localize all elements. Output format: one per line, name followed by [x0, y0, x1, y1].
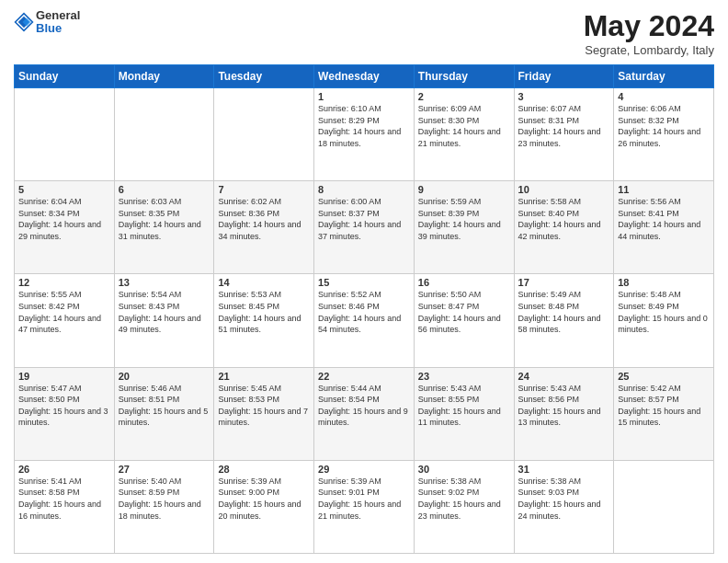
- day-info: Sunrise: 6:07 AM Sunset: 8:31 PM Dayligh…: [518, 103, 610, 149]
- calendar-table: SundayMondayTuesdayWednesdayThursdayFrid…: [14, 64, 714, 554]
- logo-blue: Blue: [36, 22, 80, 35]
- day-info: Sunrise: 5:49 AM Sunset: 8:48 PM Dayligh…: [518, 289, 610, 335]
- day-info: Sunrise: 5:59 AM Sunset: 8:39 PM Dayligh…: [418, 196, 510, 242]
- month-title: May 2024: [584, 9, 714, 43]
- calendar-day-cell: 18Sunrise: 5:48 AM Sunset: 8:49 PM Dayli…: [614, 274, 714, 367]
- calendar-day-cell: 26Sunrise: 5:41 AM Sunset: 8:58 PM Dayli…: [15, 460, 115, 553]
- calendar-day-cell: [15, 88, 115, 181]
- day-number: 22: [318, 371, 410, 382]
- day-number: 31: [518, 464, 610, 475]
- calendar-week-row: 5Sunrise: 6:04 AM Sunset: 8:34 PM Daylig…: [15, 181, 714, 274]
- calendar-day-cell: 12Sunrise: 5:55 AM Sunset: 8:42 PM Dayli…: [15, 274, 115, 367]
- day-number: 25: [618, 371, 710, 382]
- header: General Blue May 2024 Segrate, Lombardy,…: [14, 9, 714, 57]
- day-info: Sunrise: 6:03 AM Sunset: 8:35 PM Dayligh…: [119, 196, 210, 242]
- calendar-day-cell: 19Sunrise: 5:47 AM Sunset: 8:50 PM Dayli…: [15, 367, 115, 460]
- calendar-day-cell: 1Sunrise: 6:10 AM Sunset: 8:29 PM Daylig…: [314, 88, 415, 181]
- day-number: 8: [318, 184, 410, 195]
- day-number: 1: [318, 91, 410, 102]
- day-info: Sunrise: 5:46 AM Sunset: 8:51 PM Dayligh…: [119, 383, 210, 429]
- calendar-week-row: 1Sunrise: 6:10 AM Sunset: 8:29 PM Daylig…: [15, 88, 714, 181]
- day-info: Sunrise: 5:50 AM Sunset: 8:47 PM Dayligh…: [418, 289, 510, 335]
- calendar-week-row: 12Sunrise: 5:55 AM Sunset: 8:42 PM Dayli…: [15, 274, 714, 367]
- calendar-day-cell: 5Sunrise: 6:04 AM Sunset: 8:34 PM Daylig…: [15, 181, 115, 274]
- weekday-header: Tuesday: [214, 65, 314, 88]
- day-info: Sunrise: 5:48 AM Sunset: 8:49 PM Dayligh…: [618, 289, 710, 335]
- logo-text: General Blue: [36, 9, 80, 36]
- calendar-day-cell: 28Sunrise: 5:39 AM Sunset: 9:00 PM Dayli…: [214, 460, 314, 553]
- calendar-day-cell: 27Sunrise: 5:40 AM Sunset: 8:59 PM Dayli…: [114, 460, 214, 553]
- calendar-day-cell: 9Sunrise: 5:59 AM Sunset: 8:39 PM Daylig…: [414, 181, 514, 274]
- calendar-day-cell: 22Sunrise: 5:44 AM Sunset: 8:54 PM Dayli…: [314, 367, 415, 460]
- day-info: Sunrise: 5:41 AM Sunset: 8:58 PM Dayligh…: [18, 476, 110, 522]
- day-number: 20: [119, 371, 210, 382]
- day-number: 16: [418, 277, 510, 288]
- day-info: Sunrise: 5:47 AM Sunset: 8:50 PM Dayligh…: [18, 383, 110, 429]
- day-info: Sunrise: 6:00 AM Sunset: 8:37 PM Dayligh…: [318, 196, 410, 242]
- calendar-day-cell: 21Sunrise: 5:45 AM Sunset: 8:53 PM Dayli…: [214, 367, 314, 460]
- day-number: 23: [418, 371, 510, 382]
- calendar-day-cell: 30Sunrise: 5:38 AM Sunset: 9:02 PM Dayli…: [414, 460, 514, 553]
- calendar-day-cell: 15Sunrise: 5:52 AM Sunset: 8:46 PM Dayli…: [314, 274, 415, 367]
- day-info: Sunrise: 5:54 AM Sunset: 8:43 PM Dayligh…: [119, 289, 210, 335]
- calendar-week-row: 19Sunrise: 5:47 AM Sunset: 8:50 PM Dayli…: [15, 367, 714, 460]
- day-info: Sunrise: 5:45 AM Sunset: 8:53 PM Dayligh…: [218, 383, 310, 429]
- calendar-day-cell: 25Sunrise: 5:42 AM Sunset: 8:57 PM Dayli…: [614, 367, 714, 460]
- calendar-day-cell: 20Sunrise: 5:46 AM Sunset: 8:51 PM Dayli…: [114, 367, 214, 460]
- day-info: Sunrise: 6:04 AM Sunset: 8:34 PM Dayligh…: [18, 196, 110, 242]
- location: Segrate, Lombardy, Italy: [584, 43, 714, 57]
- calendar-day-cell: 3Sunrise: 6:07 AM Sunset: 8:31 PM Daylig…: [514, 88, 614, 181]
- calendar-day-cell: 31Sunrise: 5:38 AM Sunset: 9:03 PM Dayli…: [514, 460, 614, 553]
- day-number: 13: [119, 277, 210, 288]
- day-number: 3: [518, 91, 610, 102]
- day-number: 15: [318, 277, 410, 288]
- logo-general: General: [36, 9, 80, 22]
- day-number: 21: [218, 371, 310, 382]
- calendar-day-cell: 29Sunrise: 5:39 AM Sunset: 9:01 PM Dayli…: [314, 460, 415, 553]
- day-info: Sunrise: 6:02 AM Sunset: 8:36 PM Dayligh…: [218, 196, 310, 242]
- calendar-day-cell: 2Sunrise: 6:09 AM Sunset: 8:30 PM Daylig…: [414, 88, 514, 181]
- day-number: 7: [218, 184, 310, 195]
- day-number: 26: [18, 464, 110, 475]
- day-number: 6: [119, 184, 210, 195]
- calendar-header-row: SundayMondayTuesdayWednesdayThursdayFrid…: [15, 65, 714, 88]
- day-info: Sunrise: 5:38 AM Sunset: 9:03 PM Dayligh…: [518, 476, 610, 522]
- day-number: 5: [18, 184, 110, 195]
- day-info: Sunrise: 5:52 AM Sunset: 8:46 PM Dayligh…: [318, 289, 410, 335]
- day-number: 24: [518, 371, 610, 382]
- calendar-day-cell: 10Sunrise: 5:58 AM Sunset: 8:40 PM Dayli…: [514, 181, 614, 274]
- weekday-header: Friday: [514, 65, 614, 88]
- day-number: 30: [418, 464, 510, 475]
- title-block: May 2024 Segrate, Lombardy, Italy: [584, 9, 714, 57]
- calendar-day-cell: 13Sunrise: 5:54 AM Sunset: 8:43 PM Dayli…: [114, 274, 214, 367]
- weekday-header: Thursday: [414, 65, 514, 88]
- weekday-header: Wednesday: [314, 65, 415, 88]
- day-info: Sunrise: 5:55 AM Sunset: 8:42 PM Dayligh…: [18, 289, 110, 335]
- day-info: Sunrise: 5:44 AM Sunset: 8:54 PM Dayligh…: [318, 383, 410, 429]
- calendar-day-cell: 4Sunrise: 6:06 AM Sunset: 8:32 PM Daylig…: [614, 88, 714, 181]
- calendar-day-cell: 24Sunrise: 5:43 AM Sunset: 8:56 PM Dayli…: [514, 367, 614, 460]
- day-info: Sunrise: 5:39 AM Sunset: 9:00 PM Dayligh…: [218, 476, 310, 522]
- day-number: 29: [318, 464, 410, 475]
- weekday-header: Sunday: [15, 65, 115, 88]
- calendar-day-cell: 8Sunrise: 6:00 AM Sunset: 8:37 PM Daylig…: [314, 181, 415, 274]
- calendar-day-cell: 16Sunrise: 5:50 AM Sunset: 8:47 PM Dayli…: [414, 274, 514, 367]
- day-info: Sunrise: 5:43 AM Sunset: 8:55 PM Dayligh…: [418, 383, 510, 429]
- day-number: 2: [418, 91, 510, 102]
- day-info: Sunrise: 5:38 AM Sunset: 9:02 PM Dayligh…: [418, 476, 510, 522]
- day-number: 17: [518, 277, 610, 288]
- day-number: 11: [618, 184, 710, 195]
- day-info: Sunrise: 6:09 AM Sunset: 8:30 PM Dayligh…: [418, 103, 510, 149]
- calendar-day-cell: 14Sunrise: 5:53 AM Sunset: 8:45 PM Dayli…: [214, 274, 314, 367]
- calendar-day-cell: [214, 88, 314, 181]
- day-number: 4: [618, 91, 710, 102]
- calendar-day-cell: 23Sunrise: 5:43 AM Sunset: 8:55 PM Dayli…: [414, 367, 514, 460]
- logo-icon: [14, 12, 34, 32]
- day-info: Sunrise: 5:42 AM Sunset: 8:57 PM Dayligh…: [618, 383, 710, 429]
- calendar-day-cell: [114, 88, 214, 181]
- calendar-day-cell: 6Sunrise: 6:03 AM Sunset: 8:35 PM Daylig…: [114, 181, 214, 274]
- calendar-day-cell: [614, 460, 714, 553]
- weekday-header: Monday: [114, 65, 214, 88]
- calendar-day-cell: 11Sunrise: 5:56 AM Sunset: 8:41 PM Dayli…: [614, 181, 714, 274]
- day-number: 12: [18, 277, 110, 288]
